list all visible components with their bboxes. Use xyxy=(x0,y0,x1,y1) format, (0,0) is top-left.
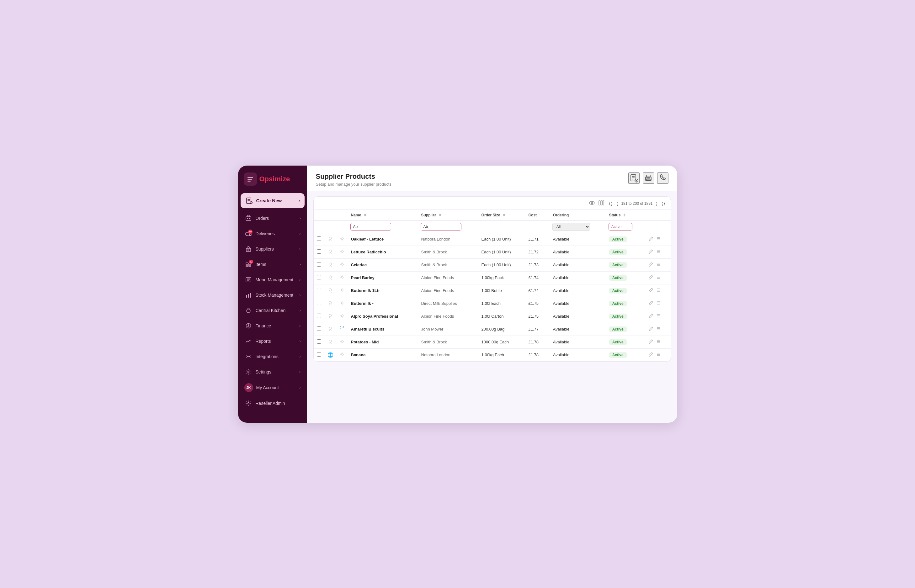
row-actions-cell xyxy=(644,349,671,361)
more-icon[interactable] xyxy=(656,327,661,332)
status-badge: Active xyxy=(609,249,627,255)
columns-icon[interactable] xyxy=(598,200,605,208)
pagination-next[interactable]: ⟩ xyxy=(655,200,659,207)
row-checkbox-7[interactable] xyxy=(317,326,321,331)
status-badge: Active xyxy=(609,326,627,332)
filter-order-size-cell xyxy=(479,220,525,233)
more-icon[interactable] xyxy=(656,340,661,345)
filter-status-select[interactable]: Active Inactive xyxy=(609,223,632,231)
filter-supplier-input[interactable] xyxy=(420,223,461,231)
phone-button[interactable] xyxy=(657,173,668,184)
supplier-sort-icon: ⇕ xyxy=(438,213,441,217)
col-status[interactable]: Status ⇕ xyxy=(606,210,644,221)
edit-icon[interactable] xyxy=(648,237,655,242)
sidebar-item-items[interactable]: 20 Items › xyxy=(240,257,305,272)
deliveries-badge: 10 xyxy=(248,229,252,234)
col-supplier[interactable]: Supplier ⇕ xyxy=(418,210,479,221)
table-row: Potatoes - Mid Smith & Brock 1000.00g Ea… xyxy=(314,336,671,349)
col-name[interactable]: Name ⇕ xyxy=(348,210,418,221)
sidebar-item-settings[interactable]: Settings › xyxy=(240,364,305,380)
row-name-cell: Potatoes - Mid xyxy=(348,336,418,349)
link-icon xyxy=(340,288,345,292)
svg-point-79 xyxy=(341,276,343,278)
sidebar-item-label-finance: Finance xyxy=(255,323,299,328)
row-ordering-cell: Available xyxy=(550,349,606,361)
sidebar-item-my-account[interactable]: JK My Account › xyxy=(240,380,305,396)
sidebar-item-label-settings: Settings xyxy=(255,370,299,375)
sidebar-item-create-new[interactable]: Create New › xyxy=(241,193,305,208)
row-checkbox-6[interactable] xyxy=(317,313,321,318)
more-icon[interactable] xyxy=(656,275,661,281)
edit-icon[interactable] xyxy=(648,262,655,268)
edit-icon[interactable] xyxy=(648,352,655,358)
row-status-cell: Active xyxy=(606,323,644,336)
sidebar-item-stock-management[interactable]: Stock Management › xyxy=(240,288,305,303)
visibility-icon[interactable] xyxy=(589,200,595,208)
row-name-cell: Amaretti Biscuits xyxy=(348,323,418,336)
sidebar-item-reseller-admin[interactable]: Reseller Admin xyxy=(240,396,305,411)
sidebar-item-deliveries[interactable]: 10 Deliveries › xyxy=(240,226,305,241)
row-checkbox-5[interactable] xyxy=(317,301,321,305)
row-loc-cell: 🌐 xyxy=(324,349,336,361)
more-icon[interactable] xyxy=(656,262,661,268)
col-order-size[interactable]: Order Size ⇕ xyxy=(479,210,525,221)
more-icon[interactable] xyxy=(656,314,661,319)
edit-icon[interactable] xyxy=(648,314,655,319)
row-checkbox-0[interactable] xyxy=(317,236,321,241)
row-status-cell: Active xyxy=(606,349,644,361)
edit-icon[interactable] xyxy=(648,275,655,281)
row-order-size-cell: 1.00l Bottle xyxy=(479,284,525,297)
sidebar-item-reports[interactable]: Reports › xyxy=(240,334,305,349)
sidebar-item-integrations[interactable]: Integrations › xyxy=(240,349,305,364)
row-checkbox-9[interactable] xyxy=(317,352,321,357)
edit-icon[interactable] xyxy=(648,340,655,345)
status-badge: Active xyxy=(609,352,627,358)
row-name: Potatoes - Mid xyxy=(351,340,379,344)
row-checkbox-4[interactable] xyxy=(317,288,321,292)
row-checkbox-8[interactable] xyxy=(317,339,321,344)
globe-icon[interactable]: 🌐 xyxy=(328,352,333,357)
svg-point-78 xyxy=(329,276,331,278)
filter-name-cell xyxy=(348,220,418,233)
svg-rect-19 xyxy=(246,263,248,265)
row-order-size-cell: Each (1.00 Unit) xyxy=(479,246,525,258)
row-link-cell xyxy=(336,336,348,349)
sidebar-item-finance[interactable]: Finance › xyxy=(240,318,305,333)
filter-name-input[interactable] xyxy=(350,223,391,231)
col-cost[interactable]: Cost ↑ xyxy=(525,210,550,221)
more-icon[interactable] xyxy=(656,288,661,294)
sidebar-item-menu-management[interactable]: Menu Management › xyxy=(240,272,305,287)
row-supplier: Smith & Brock xyxy=(421,250,447,254)
row-checkbox-1[interactable] xyxy=(317,249,321,254)
more-icon[interactable] xyxy=(656,301,661,306)
sidebar-item-orders[interactable]: Orders › xyxy=(240,211,305,226)
items-badge: 20 xyxy=(249,260,253,264)
sidebar-item-suppliers[interactable]: Suppliers › xyxy=(240,241,305,257)
new-document-button[interactable] xyxy=(628,173,640,184)
filter-ordering-select[interactable]: All Available xyxy=(552,223,590,231)
row-checkbox-3[interactable] xyxy=(317,275,321,279)
more-icon[interactable] xyxy=(656,352,661,358)
edit-icon[interactable] xyxy=(648,250,655,255)
filter-cost-cell xyxy=(525,220,550,233)
svg-rect-48 xyxy=(599,201,600,205)
row-cost-cell: £1.72 xyxy=(525,246,550,258)
row-loc-cell xyxy=(324,297,336,310)
edit-icon[interactable] xyxy=(648,301,655,306)
link-icon xyxy=(340,313,345,318)
svg-point-70 xyxy=(341,263,343,265)
more-icon[interactable] xyxy=(656,250,661,255)
print-button[interactable] xyxy=(643,173,654,184)
more-icon[interactable] xyxy=(656,237,661,242)
stock-management-icon xyxy=(244,291,252,299)
edit-icon[interactable] xyxy=(648,288,655,294)
pagination-first[interactable]: ⟨⟨ xyxy=(608,200,613,207)
edit-icon[interactable] xyxy=(648,327,655,332)
row-checkbox-2[interactable] xyxy=(317,262,321,267)
sidebar-item-central-kitchen[interactable]: Central Kitchen › xyxy=(240,303,305,318)
row-name: Buttermilk 1Ltr xyxy=(351,288,380,293)
pagination-prev[interactable]: ⟨ xyxy=(615,200,619,207)
table-container: ⟨⟨ ⟨ 181 to 200 of 1891 ⟩ ⟩⟩ Name ⇕ xyxy=(307,191,677,423)
row-supplier: Albion Fine Foods xyxy=(421,288,454,293)
pagination-last[interactable]: ⟩⟩ xyxy=(661,200,666,207)
